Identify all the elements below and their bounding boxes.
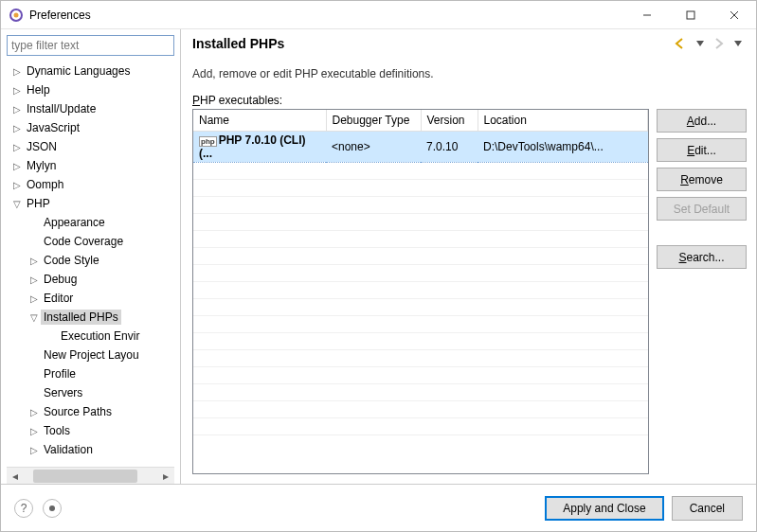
forward-menu-button[interactable]: [730, 35, 747, 52]
tree-item-debug[interactable]: Debug: [41, 272, 80, 287]
tree-item-code-style[interactable]: Code Style: [41, 253, 102, 268]
page-title: Installed PHPs: [192, 36, 673, 51]
chevron-right-icon[interactable]: ▷: [27, 443, 41, 456]
executables-table[interactable]: Name Debugger Type Version Location phpP…: [192, 109, 649, 474]
tree-item-new-project[interactable]: New Project Layou: [41, 347, 142, 363]
executables-label: PHP executables:: [192, 94, 747, 107]
preferences-tree[interactable]: ▷Dynamic Languages ▷Help ▷Install/Update…: [7, 62, 180, 467]
chevron-right-icon[interactable]: ▷: [27, 254, 41, 267]
tree-item-dynamic-languages[interactable]: Dynamic Languages: [24, 63, 133, 79]
forward-button[interactable]: [711, 35, 728, 52]
tree-item-servers[interactable]: Servers: [41, 385, 85, 400]
add-button[interactable]: Add...: [657, 109, 747, 133]
tree-horizontal-scrollbar[interactable]: ◂ ▸: [7, 467, 174, 484]
row-debugger: <none>: [326, 131, 421, 162]
remove-button[interactable]: Remove: [657, 168, 747, 191]
tree-item-javascript[interactable]: JavaScript: [24, 120, 82, 135]
chevron-right-icon[interactable]: ▷: [27, 273, 41, 286]
tree-item-appearance[interactable]: Appearance: [41, 215, 108, 230]
back-button[interactable]: [673, 35, 690, 52]
tree-item-mylyn[interactable]: Mylyn: [24, 158, 59, 173]
chevron-right-icon[interactable]: ▷: [10, 140, 24, 153]
apply-and-close-button[interactable]: Apply and Close: [545, 496, 663, 521]
col-version[interactable]: Version: [421, 110, 478, 131]
scrollbar-thumb[interactable]: [33, 470, 137, 483]
dialog-footer: ? Apply and Close Cancel: [1, 484, 756, 531]
tree-item-profile[interactable]: Profile: [41, 366, 79, 381]
cancel-button[interactable]: Cancel: [672, 496, 743, 521]
preferences-window: Preferences ▷Dynamic Languages ▷Help ▷In…: [0, 0, 757, 532]
php-icon: php: [199, 136, 217, 147]
svg-rect-3: [687, 11, 694, 19]
filter-box: [7, 35, 174, 56]
chevron-right-icon[interactable]: ▷: [10, 102, 24, 115]
tree-item-editor[interactable]: Editor: [41, 291, 76, 306]
chevron-right-icon[interactable]: ▷: [10, 159, 24, 172]
col-name[interactable]: Name: [193, 110, 326, 131]
tree-item-execution-env[interactable]: Execution Envir: [58, 328, 142, 344]
table-row[interactable]: phpPHP 7.0.10 (CLI) (... <none> 7.0.10 D…: [193, 131, 648, 162]
chevron-right-icon[interactable]: ▷: [10, 121, 24, 134]
minimize-button[interactable]: [625, 1, 669, 29]
set-default-button: Set Default: [657, 197, 747, 221]
import-export-icon[interactable]: [43, 499, 62, 518]
edit-button[interactable]: Edit...: [657, 138, 747, 162]
tree-item-help[interactable]: Help: [24, 82, 53, 98]
help-icon[interactable]: ?: [14, 499, 33, 518]
row-version: 7.0.10: [421, 131, 478, 162]
chevron-right-icon[interactable]: ▷: [10, 83, 24, 97]
scroll-left-icon[interactable]: ◂: [7, 470, 24, 483]
svg-point-1: [14, 12, 19, 17]
tree-item-code-coverage[interactable]: Code Coverage: [41, 234, 126, 249]
scroll-right-icon[interactable]: ▸: [157, 470, 174, 483]
sidebar: ▷Dynamic Languages ▷Help ▷Install/Update…: [1, 29, 181, 484]
button-column: Add... Edit... Remove Set Default Search…: [657, 109, 747, 474]
tree-item-tools[interactable]: Tools: [41, 423, 73, 438]
tree-item-php[interactable]: PHP: [24, 196, 53, 211]
chevron-down-icon[interactable]: ▽: [10, 197, 24, 210]
tree-item-source-paths[interactable]: Source Paths: [41, 404, 115, 419]
tree-item-json[interactable]: JSON: [24, 139, 60, 154]
row-location: D:\DevTools\wamp64\...: [478, 131, 648, 162]
chevron-right-icon[interactable]: ▷: [27, 424, 41, 437]
chevron-right-icon[interactable]: ▷: [10, 178, 24, 191]
svg-point-6: [49, 505, 55, 511]
close-button[interactable]: [712, 1, 756, 29]
chevron-right-icon[interactable]: ▷: [10, 64, 24, 78]
col-location[interactable]: Location: [478, 110, 648, 131]
chevron-down-icon[interactable]: ▽: [27, 310, 41, 324]
tree-item-installed-phps[interactable]: Installed PHPs: [41, 310, 121, 325]
tree-item-install-update[interactable]: Install/Update: [24, 101, 99, 116]
app-icon: [9, 8, 24, 23]
back-menu-button[interactable]: [692, 35, 709, 52]
tree-item-validation[interactable]: Validation: [41, 442, 96, 457]
content-pane: Installed PHPs Add, remove or edit PHP e…: [181, 29, 756, 484]
col-debugger[interactable]: Debugger Type: [326, 110, 421, 131]
filter-input[interactable]: [7, 35, 174, 56]
chevron-right-icon[interactable]: ▷: [27, 292, 41, 305]
tree-item-oomph[interactable]: Oomph: [24, 177, 66, 192]
search-button[interactable]: Search...: [657, 245, 747, 269]
titlebar: Preferences: [1, 1, 756, 29]
chevron-right-icon[interactable]: ▷: [27, 405, 41, 418]
maximize-button[interactable]: [669, 1, 712, 29]
page-description: Add, remove or edit PHP executable defin…: [192, 67, 747, 80]
window-title: Preferences: [29, 9, 625, 22]
